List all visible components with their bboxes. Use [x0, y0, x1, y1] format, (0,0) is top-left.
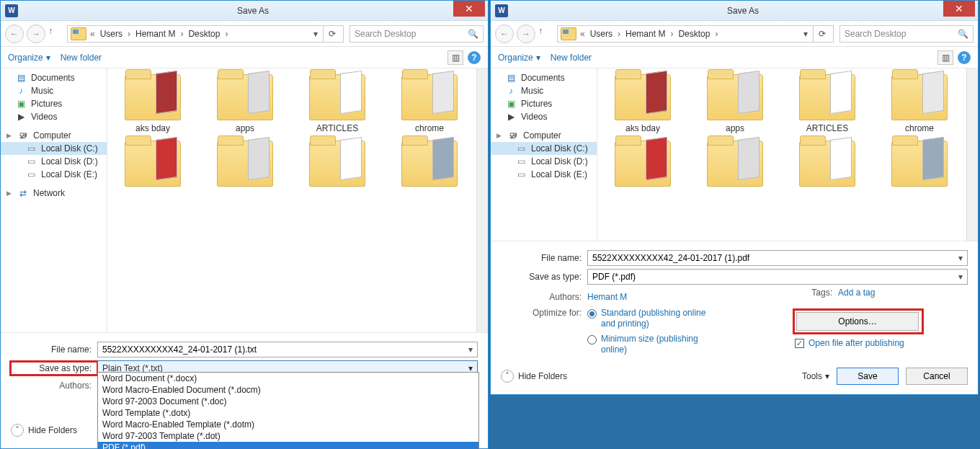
- folder-item[interactable]: [113, 141, 192, 187]
- folder-icon: [217, 141, 273, 187]
- filetype-option[interactable]: Word 97-2003 Template (*.dot): [98, 430, 478, 442]
- refresh-button[interactable]: ⟳: [813, 25, 830, 43]
- folder-item[interactable]: [695, 141, 775, 187]
- search-input[interactable]: Search Desktop 🔍: [839, 25, 974, 43]
- sidebar-item-computer[interactable]: ▶🖳Computer: [1, 129, 107, 142]
- filetype-option[interactable]: Word Macro-Enabled Document (*.docm): [98, 384, 478, 396]
- sidebar-item-music[interactable]: ♪Music: [491, 84, 597, 97]
- sidebar-item-pictures[interactable]: ▣Pictures: [491, 97, 597, 110]
- breadcrumb[interactable]: « Users › Hemant M › Desktop › ▾ ⟳: [557, 25, 834, 43]
- breadcrumb-item[interactable]: Users: [99, 29, 124, 39]
- filetype-option[interactable]: Word Macro-Enabled Template (*.dotm): [98, 419, 478, 430]
- search-input[interactable]: Search Desktop 🔍: [349, 25, 484, 43]
- sidebar-item-documents[interactable]: ▤Documents: [1, 71, 107, 84]
- file-pane[interactable]: aks bday apps ARTICLES chrome: [107, 68, 488, 332]
- sidebar-item-disk-e[interactable]: ▭Local Disk (E:): [1, 168, 107, 181]
- breadcrumb-item[interactable]: Desktop: [187, 29, 221, 39]
- breadcrumb-dropdown[interactable]: ▾: [800, 29, 811, 39]
- sidebar-item-music[interactable]: ♪Music: [1, 84, 107, 97]
- chevron-down-icon[interactable]: ▾: [958, 272, 963, 282]
- scrollbar[interactable]: [966, 68, 978, 241]
- folder-item[interactable]: ARTICLES: [788, 74, 867, 133]
- optimize-minimum-radio[interactable]: Minimum size (publishing online): [587, 334, 709, 355]
- search-icon: 🔍: [958, 29, 968, 39]
- folder-item[interactable]: [298, 141, 377, 187]
- sidebar-item-disk-c[interactable]: ▭Local Disk (C:): [1, 142, 107, 155]
- sidebar-item-disk-d[interactable]: ▭Local Disk (D:): [491, 155, 597, 168]
- sidebar-item-disk-d[interactable]: ▭Local Disk (D:): [1, 155, 107, 168]
- sidebar-item-pictures[interactable]: ▣Pictures: [1, 97, 107, 110]
- new-folder-button[interactable]: New folder: [551, 53, 592, 63]
- help-icon[interactable]: ?: [958, 51, 971, 64]
- forward-button[interactable]: →: [517, 25, 535, 43]
- sidebar-item-network[interactable]: ▶⇄Network: [1, 187, 107, 200]
- sidebar-item-computer[interactable]: ▶🖳Computer: [491, 129, 597, 142]
- options-button[interactable]: Options…: [796, 312, 919, 331]
- optimize-standard-radio[interactable]: Standard (publishing online and printing…: [587, 308, 709, 329]
- filename-input[interactable]: 5522XXXXXXXXX42_24-01-2017 (1).txt ▾: [97, 342, 478, 357]
- chevron-down-icon[interactable]: ▾: [958, 253, 963, 263]
- folder-item[interactable]: [390, 141, 469, 187]
- scrollbar[interactable]: [476, 68, 488, 332]
- breadcrumb[interactable]: « Users › Hemant M › Desktop › ▾ ⟳: [67, 25, 344, 43]
- save-as-dialog-right: W Save As ✕ ← → ↑ « Users › Hemant M › D…: [490, 0, 979, 395]
- bottom-panel: File name: 5522XXXXXXXXX42_24-01-2017 (1…: [491, 241, 978, 394]
- filetype-option[interactable]: Word 97-2003 Document (*.doc): [98, 396, 478, 407]
- breadcrumb-dropdown[interactable]: ▾: [310, 29, 321, 39]
- add-tag-link[interactable]: Add a tag: [838, 288, 875, 298]
- folder-item[interactable]: [788, 141, 867, 187]
- authors-value[interactable]: Hemant M: [587, 292, 627, 302]
- chevron-up-icon: ˄: [11, 424, 24, 437]
- folder-item[interactable]: [603, 141, 682, 187]
- folder-item[interactable]: apps: [205, 74, 285, 133]
- breadcrumb-item[interactable]: Users: [589, 29, 614, 39]
- view-mode-button[interactable]: ▥: [447, 50, 463, 65]
- folder-item[interactable]: aks bday: [603, 74, 682, 133]
- filename-input[interactable]: 5522XXXXXXXXX42_24-01-2017 (1).pdf ▾: [587, 250, 968, 266]
- folder-icon: [401, 141, 458, 187]
- filetype-option[interactable]: Word Template (*.dotx): [98, 407, 478, 419]
- folder-item[interactable]: chrome: [390, 74, 469, 133]
- folder-item[interactable]: [880, 141, 959, 187]
- folder-item[interactable]: apps: [695, 74, 775, 133]
- refresh-button[interactable]: ⟳: [323, 25, 340, 43]
- open-after-publish-checkbox[interactable]: ✓ Open file after publishing: [795, 338, 968, 348]
- back-button[interactable]: ←: [5, 25, 24, 43]
- sidebar-item-disk-e[interactable]: ▭Local Disk (E:): [491, 168, 597, 181]
- close-button[interactable]: ✕: [453, 1, 485, 17]
- hide-folders-button[interactable]: ˄ Hide Folders: [501, 365, 567, 387]
- new-folder-button[interactable]: New folder: [61, 53, 102, 63]
- folder-item[interactable]: aks bday: [113, 74, 192, 133]
- up-button[interactable]: ↑: [538, 26, 554, 42]
- chevron-down-icon[interactable]: ▾: [468, 344, 473, 355]
- sidebar-item-videos[interactable]: ▶Videos: [491, 110, 597, 123]
- folder-item[interactable]: [205, 141, 285, 187]
- file-pane[interactable]: aks bday apps ARTICLES chrome: [597, 68, 978, 241]
- sidebar-item-documents[interactable]: ▤Documents: [491, 71, 597, 84]
- up-button[interactable]: ↑: [48, 26, 64, 42]
- breadcrumb-item[interactable]: Hemant M: [624, 29, 667, 39]
- breadcrumb-item[interactable]: Hemant M: [134, 29, 177, 39]
- tools-menu[interactable]: Tools ▾: [802, 371, 829, 381]
- view-mode-button[interactable]: ▥: [937, 50, 953, 65]
- breadcrumb-item[interactable]: Desktop: [677, 29, 711, 39]
- forward-button[interactable]: →: [27, 25, 45, 43]
- chevron-right-icon: ›: [125, 29, 133, 39]
- filetype-option-pdf[interactable]: PDF (*.pdf): [98, 442, 478, 449]
- organize-menu[interactable]: Organize ▾: [8, 53, 50, 63]
- sidebar-item-disk-c[interactable]: ▭Local Disk (C:): [491, 142, 597, 155]
- save-button[interactable]: Save: [837, 368, 899, 385]
- cancel-button[interactable]: Cancel: [906, 368, 968, 385]
- save-as-type-dropdown[interactable]: PDF (*.pdf) ▾: [587, 269, 968, 285]
- organize-menu[interactable]: Organize ▾: [498, 53, 540, 63]
- folder-item[interactable]: chrome: [880, 74, 959, 133]
- folder-icon: [615, 141, 671, 187]
- close-button[interactable]: ✕: [943, 1, 975, 17]
- help-icon[interactable]: ?: [468, 51, 481, 64]
- options-highlight: Options…: [795, 311, 922, 332]
- folder-item[interactable]: ARTICLES: [298, 74, 377, 133]
- filetype-option[interactable]: Word Document (*.docx): [98, 373, 478, 384]
- folder-icon: [891, 141, 948, 187]
- sidebar-item-videos[interactable]: ▶Videos: [1, 110, 107, 123]
- back-button[interactable]: ←: [495, 25, 514, 43]
